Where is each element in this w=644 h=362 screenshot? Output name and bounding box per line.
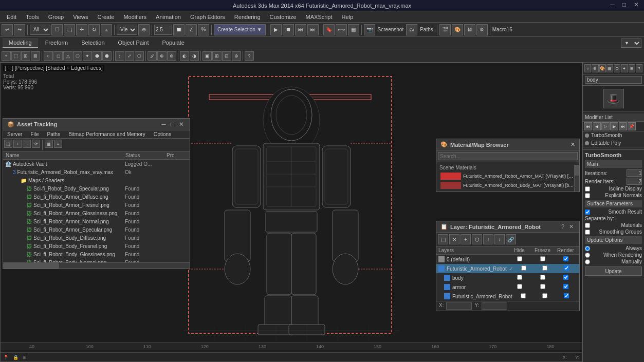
asset-scrollbar[interactable]: [3, 262, 190, 269]
asset-minimize-btn[interactable]: ─: [160, 121, 168, 128]
asset-row-10[interactable]: 🖼 Sci_fi_Robot_Body_Fresnel.png Found: [3, 242, 190, 250]
menu-views[interactable]: Views: [69, 13, 92, 21]
mat-item-2[interactable]: Futuristic_Armored_Robot_Body_MAT (VRayM…: [438, 181, 578, 190]
render-iters-input[interactable]: [627, 178, 642, 185]
modifier-editable-poly[interactable]: Editable Poly: [583, 139, 644, 147]
asset-tb6[interactable]: ≡: [54, 140, 62, 148]
asset-menu-bitmap[interactable]: Bitmap Performance and Memory: [64, 130, 150, 138]
asset-tb5[interactable]: ▦: [45, 140, 53, 148]
tb3-btn12[interactable]: ↕: [115, 51, 124, 61]
menu-rendering[interactable]: Rendering: [230, 13, 265, 21]
mod-pin[interactable]: 📌: [628, 122, 636, 130]
mat-editor-btn[interactable]: 🎨: [452, 24, 463, 35]
tb3-btn6[interactable]: ◻: [53, 51, 63, 61]
layer-row-armor[interactable]: armor: [436, 282, 579, 292]
menu-group[interactable]: Group: [44, 13, 68, 21]
tb3-btn9[interactable]: ✦: [83, 51, 92, 61]
mod-nav3[interactable]: ▷: [601, 122, 610, 130]
play-btn[interactable]: ▶: [270, 24, 282, 35]
menu-help[interactable]: Help: [338, 13, 358, 21]
layer-render-2[interactable]: [563, 275, 568, 280]
create-selection-btn[interactable]: Create Selection ▼: [214, 24, 266, 35]
snap-value[interactable]: [154, 25, 172, 35]
object-name[interactable]: body: [585, 76, 642, 84]
layer-freeze-3[interactable]: [540, 284, 545, 289]
rp-icon1[interactable]: ○: [584, 64, 591, 72]
mirror-btn[interactable]: ⟺: [336, 24, 347, 35]
paths-btn[interactable]: 🗂: [406, 24, 417, 35]
iterations-input[interactable]: [627, 169, 642, 177]
asset-menu-options[interactable]: Options: [150, 130, 175, 138]
layer-hide-1[interactable]: [521, 265, 526, 271]
rp-icon7[interactable]: ⊞: [629, 64, 635, 72]
asset-close-btn[interactable]: ✕: [177, 121, 186, 128]
always-radio[interactable]: [585, 246, 590, 251]
layer-freeze-1[interactable]: [542, 265, 547, 271]
scale-btn[interactable]: ⟁: [101, 24, 112, 35]
manually-radio[interactable]: [585, 259, 590, 264]
smoothing-groups-checkbox[interactable]: [585, 230, 590, 235]
menu-modifiers[interactable]: Modifiers: [119, 13, 151, 21]
layer-render-1[interactable]: [564, 265, 569, 271]
mod-nav4[interactable]: ▶: [610, 122, 618, 130]
tb3-btn4[interactable]: ⊠: [31, 51, 40, 61]
tb3-btn18[interactable]: ◐: [180, 51, 189, 61]
asset-row-6[interactable]: 🖼 Sci_fi_Robot_Armor_Glossiness.png Foun…: [3, 209, 190, 217]
layer-row-robot-sub[interactable]: Futuristic_Armored_Robot: [436, 292, 579, 301]
select-region-btn[interactable]: ⬚: [64, 24, 75, 35]
menu-edit[interactable]: Edit: [3, 13, 21, 21]
array-btn[interactable]: ▦: [348, 24, 359, 35]
tb3-btn10[interactable]: ⬢: [93, 51, 102, 61]
select-btn[interactable]: ☐: [51, 24, 63, 35]
mat-close-btn[interactable]: ✕: [571, 141, 575, 148]
asset-row-9[interactable]: 🖼 Sci_fi_Robot_Body_Diffuse.png Found: [3, 234, 190, 242]
layer-render-3[interactable]: [563, 284, 568, 289]
layer-tb-btn5[interactable]: ↑: [483, 234, 493, 244]
next-btn[interactable]: ⏭: [307, 24, 319, 35]
layer-hide-2[interactable]: [517, 275, 522, 280]
tb3-btn11[interactable]: ⬣: [102, 51, 112, 61]
tb3-btn5[interactable]: ○: [44, 51, 53, 61]
rp-icon4[interactable]: ▦: [606, 64, 613, 72]
snap-btn[interactable]: 🔲: [173, 24, 185, 35]
tb3-btn15[interactable]: 🖊: [148, 51, 157, 61]
asset-menu-server[interactable]: Server: [3, 130, 26, 138]
angle-snap-btn[interactable]: ∠: [186, 24, 197, 35]
tb3-btn3[interactable]: ⊞: [21, 51, 30, 61]
coord-system[interactable]: View: [117, 25, 137, 35]
ribbon-mode-select[interactable]: ▼: [621, 39, 641, 48]
asset-row-12[interactable]: 🖼 Sci_fi_Robot_Body_Normal.png Found: [3, 258, 190, 262]
prev-btn[interactable]: ⏮: [295, 24, 306, 35]
rp-icon2[interactable]: ⊕: [592, 64, 598, 72]
layer-close-btn[interactable]: ✕: [567, 223, 575, 230]
named-sel-btn[interactable]: 🔖: [323, 24, 335, 35]
asset-tb2[interactable]: +: [13, 140, 22, 148]
layer-row-robot[interactable]: Futuristic_Armored_Robot ✓: [436, 264, 579, 273]
tab-object-paint[interactable]: Object Paint: [112, 38, 155, 48]
asset-menu-file[interactable]: File: [26, 130, 43, 138]
pivot-btn[interactable]: ⊕: [138, 24, 150, 35]
asset-row-vault[interactable]: 🏦 Autodesk Vault Logged O...: [3, 160, 190, 168]
tb3-btn20[interactable]: ▣: [203, 51, 212, 61]
layer-hide-3[interactable]: [517, 284, 522, 289]
tb3-btn2[interactable]: ⬚: [11, 51, 21, 61]
menu-maxscript[interactable]: MAXScript: [302, 13, 337, 21]
asset-tb1[interactable]: ⬚: [4, 140, 12, 148]
mod-nav1[interactable]: ⏮: [584, 122, 592, 130]
undo-btn[interactable]: ↩: [2, 24, 13, 35]
menu-animation[interactable]: Animation: [152, 13, 185, 21]
menu-create[interactable]: Create: [93, 13, 118, 21]
layer-freeze-0[interactable]: [540, 256, 545, 261]
isoline-checkbox[interactable]: [585, 186, 590, 192]
rotate-btn[interactable]: ↻: [88, 24, 100, 35]
select-move-btn[interactable]: ✛: [76, 24, 87, 35]
maximize-btn[interactable]: □: [620, 1, 629, 8]
layer-row-body[interactable]: body: [436, 273, 579, 282]
tab-populate[interactable]: Populate: [156, 38, 190, 48]
explicit-normals-checkbox[interactable]: [585, 193, 590, 198]
smooth-result-checkbox[interactable]: [585, 209, 590, 215]
mat-scrollbar[interactable]: [574, 165, 579, 192]
layer-freeze-4[interactable]: [542, 293, 547, 298]
tab-modeling[interactable]: Modeling: [3, 38, 38, 48]
layer-tb-btn3[interactable]: +: [461, 234, 471, 244]
